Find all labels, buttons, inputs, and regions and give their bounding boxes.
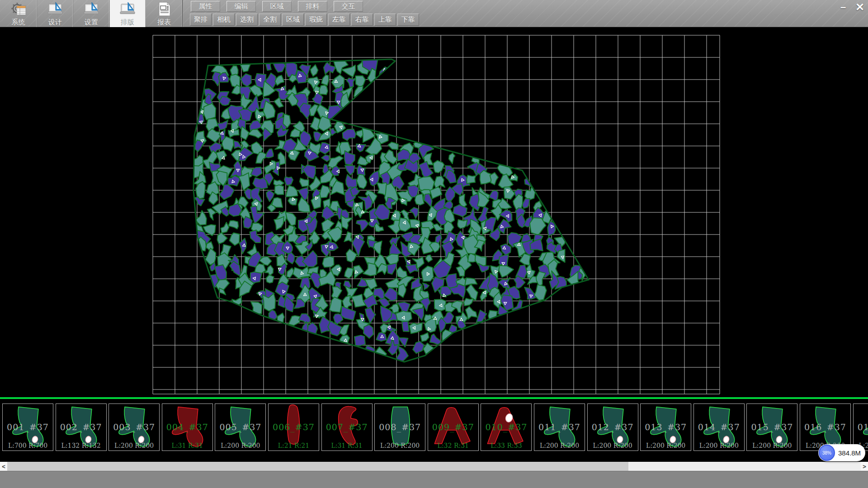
scroll-left-arrow[interactable]: < (0, 462, 7, 471)
tool-align-top[interactable]: 上靠 (374, 14, 396, 26)
thumbnail-cell[interactable]: 005_#37L:200 R:200 (215, 404, 266, 451)
piece-preview (56, 404, 106, 450)
menu-item-interaction[interactable]: 交互 (334, 1, 363, 12)
nesting-layout-drawing (0, 27, 868, 397)
minimize-button[interactable]: – (835, 1, 851, 13)
progress-percent-badge: 38% (819, 445, 835, 461)
thumbnail-cell[interactable]: 009_#37L:32 R:31 (428, 404, 479, 451)
nesting-canvas[interactable] (0, 27, 868, 397)
app-tab-label: 设置 (85, 18, 98, 26)
piece-preview (747, 404, 797, 450)
piece-thumbnail-bar: 001_#37L:700 R:700002_#37L:132 R:132003_… (0, 399, 868, 462)
app-tab-design[interactable]: 设计 (38, 0, 73, 27)
thumbnail-cell[interactable]: 006_#37L:21 R:21 (268, 404, 319, 451)
piece-preview (3, 404, 53, 450)
app-tab-label: 设计 (48, 18, 62, 26)
thumbnail-cell[interactable]: 014_#37L:200 R:200 (693, 404, 745, 451)
thumbnail-cell[interactable]: 013_#37L:200 R:200 (640, 404, 691, 451)
thumbnail-cell[interactable]: 011_#37L:200 R:200 (534, 404, 585, 451)
app-tab-label: 排版 (121, 18, 134, 26)
thumbnail-cell[interactable]: 004_#37L:31 R:31 (162, 404, 213, 451)
application-window: 系统 设计 设置 (0, 0, 868, 488)
settings-icon (83, 1, 99, 18)
tool-region[interactable]: 区域 (282, 14, 304, 26)
thumbnail-cell[interactable]: 001_#37L:700 R:700 (2, 404, 53, 451)
design-icon (47, 1, 63, 18)
gear-icon (10, 1, 27, 18)
thumbnail-cell[interactable]: 007_#37L:31 R:31 (321, 404, 373, 451)
piece-preview (428, 404, 478, 450)
piece-preview (109, 404, 159, 450)
thumbnail-cell[interactable]: 015_#37L:200 R:200 (746, 404, 797, 451)
tool-cluster-nest[interactable]: 聚排 (190, 14, 212, 26)
piece-preview (215, 404, 265, 450)
piece-preview (481, 404, 531, 450)
menu-item-nesting[interactable]: 排料 (298, 1, 327, 12)
piece-preview (854, 404, 868, 450)
app-tab-settings[interactable]: 设置 (74, 0, 109, 27)
tool-align-bottom[interactable]: 下靠 (397, 14, 419, 26)
piece-preview (641, 404, 691, 450)
piece-preview (588, 404, 638, 450)
horizontal-scrollbar[interactable]: < > (0, 462, 868, 471)
tool-align-right[interactable]: 右靠 (351, 14, 373, 26)
status-bar (0, 471, 868, 488)
toolbar: 系统 设计 设置 (0, 0, 868, 27)
scroll-right-arrow[interactable]: > (861, 462, 868, 471)
layout-icon (119, 1, 136, 18)
piece-preview (322, 404, 372, 450)
app-tab-label: 报表 (157, 18, 171, 26)
tool-bar-row: 聚排 相机 选割 全割 区域 瑕疵 左靠 右靠 上靠 下靠 (190, 14, 420, 26)
thumbnail-cell[interactable]: 003_#37L:200 R:200 (108, 404, 160, 451)
menu-bar: 属性 编辑 区域 排料 交互 (191, 1, 369, 12)
piece-preview (694, 404, 744, 450)
tool-camera[interactable]: 相机 (213, 14, 235, 26)
piece-preview (162, 404, 212, 450)
app-tab-label: 系统 (12, 18, 25, 26)
tool-cut-all[interactable]: 全割 (259, 14, 281, 26)
piece-preview (800, 404, 850, 450)
piece-preview (534, 404, 585, 450)
scrollbar-thumb[interactable] (7, 462, 628, 471)
tool-select-cut[interactable]: 选割 (236, 14, 258, 26)
memory-usage-label: 384.8M (838, 449, 861, 457)
tool-defect[interactable]: 瑕疵 (305, 14, 327, 26)
menu-item-edit[interactable]: 编辑 (226, 1, 256, 12)
app-tab-system[interactable]: 系统 (0, 0, 37, 27)
close-button[interactable]: ✕ (852, 1, 868, 13)
piece-preview (375, 404, 425, 450)
thumbnail-cell[interactable]: 010_#37L:33 R:33 (481, 404, 532, 451)
thumbnail-cell[interactable]: 008_#37L:200 R:200 (374, 404, 425, 451)
menu-item-region[interactable]: 区域 (262, 1, 292, 12)
thumbnail-cell[interactable]: 002_#37L:132 R:132 (56, 404, 107, 451)
menu-item-properties[interactable]: 属性 (191, 1, 220, 12)
app-tab-layout[interactable]: 排版 (110, 0, 146, 27)
report-icon (156, 1, 172, 18)
app-tab-report[interactable]: 报表 (146, 0, 183, 27)
tool-align-left[interactable]: 左靠 (328, 14, 350, 26)
piece-preview (269, 404, 319, 450)
thumbnail-cell[interactable]: 012_#37L:200 R:200 (587, 404, 638, 451)
status-badge: 38% 384.8M (818, 444, 865, 461)
